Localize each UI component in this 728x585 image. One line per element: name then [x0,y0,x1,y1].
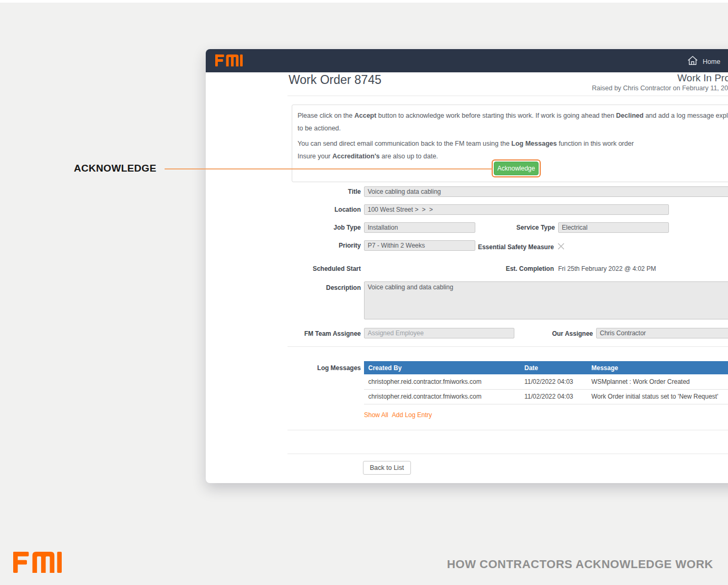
fmi-logo-icon [215,54,243,69]
service-type-field[interactable] [558,222,669,233]
log-links: Show All Add Log Entry [364,411,434,419]
location-field[interactable] [364,204,669,215]
notice-line-1-cont: to be actioned. [298,124,728,133]
log-created-by: christopher.reid.contractor.fmiworks.com [364,374,520,389]
separator [288,454,728,454]
est-completion-value: Fri 25th February 2022 @ 4:02 PM [558,265,656,272]
table-row: christopher.reid.contractor.fmiworks.com… [364,389,728,404]
table-row: christopher.reid.contractor.fmiworks.com… [364,374,728,389]
status-badge: Work In Progress [677,72,728,84]
acknowledge-callout-label: ACKNOWLEDGE [74,163,156,174]
add-log-entry-link[interactable]: Add Log Entry [392,411,432,419]
home-label: Home [703,58,720,65]
description-label: Description [255,284,361,291]
job-type-label: Job Type [255,224,361,231]
title-label: Title [255,188,361,195]
column-header-date: Date [520,361,587,374]
log-date: 11/02/2022 04:03 [520,389,587,404]
acknowledge-annotation-ring: Acknowledge [492,159,541,177]
notice-line-1: Please click on the Accept button to ack… [298,111,728,120]
show-all-link[interactable]: Show All [364,411,388,419]
fmi-footer-logo-icon [13,552,62,575]
log-messages-label: Log Messages [255,364,361,372]
acknowledge-notice-panel: Please click on the Accept button to ack… [292,105,728,182]
home-nav[interactable]: Home [687,55,720,68]
acknowledge-button[interactable]: Acknowledge [494,162,539,175]
location-label: Location [255,206,361,213]
our-assignee-field[interactable] [596,328,728,338]
app-window: Home Work Order 8745 Work In Progress Ra… [206,49,728,483]
description-field[interactable]: Voice cabling and data cabling [364,281,728,319]
service-type-label: Service Type [449,224,555,231]
home-icon [687,55,698,68]
slide-title: HOW CONTRACTORS ACKNOWLEDGE WORK [447,558,713,571]
x-icon [557,242,565,252]
essential-safety-measure-label: Essential Safety Measure [406,243,554,251]
separator [288,346,728,347]
scheduled-start-label: Scheduled Start [255,265,361,272]
fm-team-assignee-label: FM Team Assignee [255,330,361,337]
separator [288,430,728,430]
separator [288,96,728,96]
title-field[interactable] [364,186,728,197]
est-completion-label: Est. Completion [448,265,554,272]
priority-label: Priority [255,242,361,249]
raised-by-text: Raised by Chris Contractor on February 1… [592,84,728,92]
log-created-by: christopher.reid.contractor.fmiworks.com [364,389,520,404]
app-header-bar: Home [206,49,728,72]
log-table-header-row: Created By Date Message [364,361,728,374]
page-top-border [0,0,728,3]
log-message: Work Order initial status set to 'New Re… [587,389,728,404]
notice-line-2: You can send direct email communication … [298,139,728,148]
callout-connector-line [165,168,492,169]
column-header-created-by: Created By [364,361,520,374]
back-to-list-button[interactable]: Back to List [363,461,411,475]
our-assignee-label: Our Assignee [491,330,593,337]
page-title: Work Order 8745 [289,73,381,87]
log-message: WSMplannet : Work Order Created [587,374,728,389]
log-messages-table: Created By Date Message christopher.reid… [364,361,728,404]
log-date: 11/02/2022 04:03 [520,374,587,389]
column-header-message: Message [587,361,728,374]
